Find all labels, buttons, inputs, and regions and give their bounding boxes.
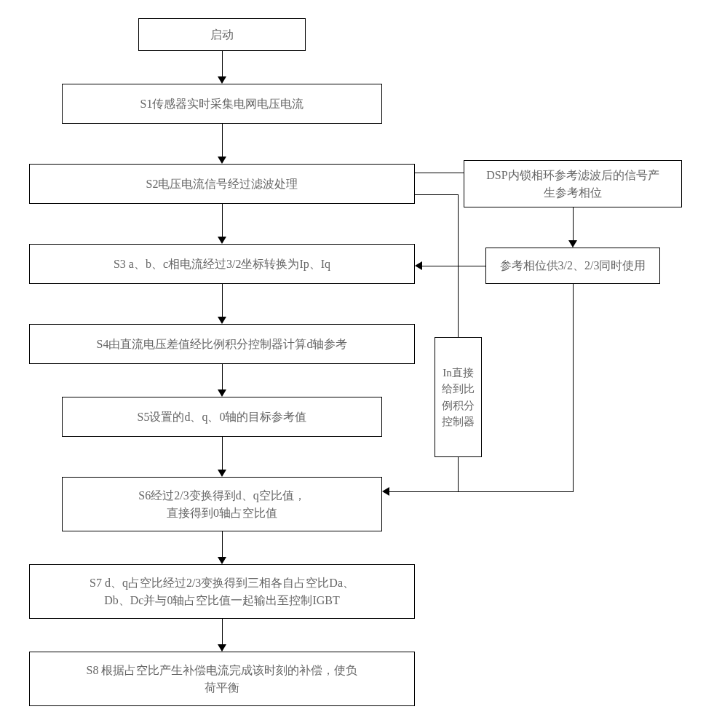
s1-box: S1传感器实时采集电网电压电流 bbox=[62, 84, 382, 124]
ref-box: 参考相位供3/2、2/3同时使用 bbox=[485, 248, 660, 284]
arrowhead-dsp-ref bbox=[568, 240, 577, 248]
flowchart-container: 启动 S1传感器实时采集电网电压电流 S2电压电流信号经过滤波处理 S3 a、b… bbox=[29, 18, 685, 710]
s2-text: S2电压电流信号经过滤波处理 bbox=[146, 175, 298, 193]
s7-box: S7 d、q占空比经过2/3变换得到三相各自占空比Da、 Db、Dc并与0轴占空… bbox=[29, 564, 415, 619]
s4-text: S4由直流电压差值经比例积分控制器计算d轴参考 bbox=[97, 336, 348, 353]
s4-box: S4由直流电压差值经比例积分控制器计算d轴参考 bbox=[29, 324, 415, 364]
arrow-s2-s3 bbox=[222, 204, 223, 240]
start-box: 启动 bbox=[138, 18, 306, 51]
arrow-s2-in-v bbox=[458, 194, 459, 337]
s8-box: S8 根据占空比产生补偿电流完成该时刻的补偿，使负 荷平衡 bbox=[29, 652, 415, 706]
arrow-dsp-ref bbox=[573, 207, 574, 244]
arrow-s1-s2 bbox=[222, 124, 223, 160]
arrow-start-s1 bbox=[222, 51, 223, 80]
arrowhead-s1-s2 bbox=[218, 157, 226, 164]
arrow-s6-s7 bbox=[222, 531, 223, 561]
ref-text: 参考相位供3/2、2/3同时使用 bbox=[500, 257, 646, 274]
arrow-s3-s4 bbox=[222, 284, 223, 320]
s6-box: S6经过2/3变换得到d、q空比值， 直接得到0轴占空比值 bbox=[62, 477, 382, 531]
arrow-ref-s6-h bbox=[389, 491, 574, 492]
arrowhead-ref-s6 bbox=[382, 487, 389, 496]
start-text: 启动 bbox=[210, 26, 234, 44]
s6-text: S6经过2/3变换得到d、q空比值， 直接得到0轴占空比值 bbox=[138, 487, 305, 522]
arrow-s2-in-h bbox=[415, 194, 458, 195]
in-ctrl-text: In直接 给到比 例积分 控制器 bbox=[442, 365, 475, 430]
dsp-text: DSP内锁相环参考滤波后的信号产 生参考相位 bbox=[486, 167, 659, 202]
arrowhead-s7-s8 bbox=[218, 644, 226, 652]
arrowhead-s6-s7 bbox=[218, 557, 226, 564]
arrowhead-ref-s3 bbox=[415, 261, 422, 270]
arrowhead-start-s1 bbox=[218, 76, 226, 84]
arrow-s5-s6 bbox=[222, 437, 223, 473]
arrow-ref-s3 bbox=[422, 266, 485, 266]
s7-text: S7 d、q占空比经过2/3变换得到三相各自占空比Da、 Db、Dc并与0轴占空… bbox=[90, 574, 354, 609]
s3-text: S3 a、b、c相电流经过3/2坐标转换为Ip、Iq bbox=[114, 256, 330, 273]
arrowhead-s5-s6 bbox=[218, 470, 226, 477]
arrowhead-s3-s4 bbox=[218, 317, 226, 324]
s2-box: S2电压电流信号经过滤波处理 bbox=[29, 164, 415, 204]
arrow-s7-s8 bbox=[222, 619, 223, 648]
s1-text: S1传感器实时采集电网电压电流 bbox=[140, 95, 304, 113]
s5-text: S5设置的d、q、0轴的目标参考值 bbox=[138, 408, 307, 426]
arrowhead-s4-s5 bbox=[218, 389, 226, 397]
in-ctrl-box: In直接 给到比 例积分 控制器 bbox=[435, 337, 482, 457]
s8-text: S8 根据占空比产生补偿电流完成该时刻的补偿，使负 荷平衡 bbox=[87, 662, 358, 697]
s3-box: S3 a、b、c相电流经过3/2坐标转换为Ip、Iq bbox=[29, 244, 415, 284]
arrow-ref-down bbox=[573, 284, 574, 491]
arrow-s2-dsp bbox=[415, 173, 464, 173]
arrowhead-s2-s3 bbox=[218, 237, 226, 244]
dsp-box: DSP内锁相环参考滤波后的信号产 生参考相位 bbox=[464, 160, 682, 207]
arrow-in-s6 bbox=[458, 457, 459, 491]
s5-box: S5设置的d、q、0轴的目标参考值 bbox=[62, 397, 382, 437]
arrow-s4-s5 bbox=[222, 364, 223, 393]
